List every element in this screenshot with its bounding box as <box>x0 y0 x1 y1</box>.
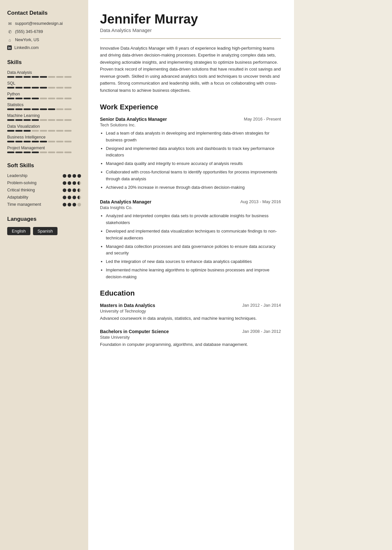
contact-section: Contact Details ✉ support@resumedesign.a… <box>7 10 81 50</box>
exp-bullet: Analyzed and interpreted complex data se… <box>106 213 281 226</box>
edu-school: University of Technology <box>100 309 281 314</box>
skill-dash <box>48 130 55 132</box>
phone-icon: ✆ <box>7 29 12 34</box>
soft-skills-list: LeadershipProblem-solvingCritical thinki… <box>7 173 81 207</box>
skill-dash <box>32 108 39 110</box>
skills-title: Skills <box>7 59 81 66</box>
work-experience-title: Work Experience <box>100 103 281 111</box>
exp-company: Tech Solutions Inc. <box>100 122 281 127</box>
contact-linkedin: in LinkedIn.com <box>7 45 81 50</box>
contact-title: Contact Details <box>7 10 81 16</box>
soft-skill-dot <box>63 174 66 178</box>
skill-dash <box>7 87 14 89</box>
summary-text: Innovative Data Analytics Manager with 8… <box>100 45 281 94</box>
skill-name: Machine Learning <box>7 113 81 118</box>
skill-dash <box>24 130 31 132</box>
edu-school: State University <box>100 335 281 340</box>
contact-email: ✉ support@resumedesign.ai <box>7 21 81 26</box>
skill-item: Business Intelligence <box>7 135 81 142</box>
skill-item: Data Visualization <box>7 124 81 132</box>
skill-dash <box>40 76 47 78</box>
header-divider <box>100 38 281 39</box>
language-tags: EnglishSpanish <box>7 227 81 235</box>
skill-dash <box>15 152 23 153</box>
skill-bar <box>7 119 81 121</box>
skill-dash <box>64 130 72 132</box>
skill-dash <box>56 76 63 78</box>
skill-bar <box>7 152 81 153</box>
soft-skill-dot <box>63 203 66 206</box>
education-entry: Bachelors in Computer ScienceJan 2008 - … <box>100 329 281 348</box>
soft-skill-dot <box>63 188 66 192</box>
skill-dash <box>56 87 63 89</box>
skill-item: Data Analysis <box>7 70 81 78</box>
skill-item: SQL <box>7 81 81 89</box>
skill-dash <box>32 141 39 142</box>
exp-role: Senior Data Analytics Manager <box>100 117 167 122</box>
skill-dash <box>48 76 55 78</box>
skill-dash <box>64 76 72 78</box>
contact-phone: ✆ (555) 345-6789 <box>7 29 81 34</box>
skill-dash <box>15 130 23 132</box>
skill-name: Project Management <box>7 146 81 150</box>
resume: Contact Details ✉ support@resumedesign.a… <box>0 0 294 550</box>
skill-dash <box>15 119 23 121</box>
skill-item: Statistics <box>7 103 81 110</box>
skill-dash <box>24 98 31 99</box>
experience-list: Senior Data Analytics ManagerMay 2016 - … <box>100 117 281 281</box>
soft-skill-dot <box>68 203 71 206</box>
skill-bar <box>7 130 81 132</box>
skill-dash <box>56 98 63 99</box>
soft-skill-dot <box>77 196 81 199</box>
skill-dash <box>7 130 14 132</box>
skill-dash <box>40 152 47 153</box>
skill-name: Business Intelligence <box>7 135 81 139</box>
skill-item: Project Management <box>7 146 81 153</box>
skill-dash <box>7 152 14 153</box>
exp-company: Data Insights Co. <box>100 205 281 210</box>
skill-dash <box>48 141 55 142</box>
skill-bar <box>7 108 81 110</box>
skill-dash <box>64 119 72 121</box>
skill-bar <box>7 76 81 78</box>
skill-dash <box>56 108 63 110</box>
soft-skill-dot <box>73 188 76 192</box>
skill-dash <box>32 98 39 99</box>
skill-dash <box>48 119 55 121</box>
exp-bullet: Implemented machine learning algorithms … <box>106 267 281 281</box>
skill-dash <box>40 87 47 89</box>
soft-skill-dots <box>63 174 81 178</box>
exp-role: Data Analytics Manager <box>100 199 151 204</box>
skill-bar <box>7 141 81 142</box>
soft-skill-dot <box>73 203 76 206</box>
soft-skill-dot <box>68 196 71 199</box>
skill-item: Machine Learning <box>7 113 81 121</box>
soft-skill-dot <box>73 196 76 199</box>
skill-dash <box>7 108 14 110</box>
experience-entry: Senior Data Analytics ManagerMay 2016 - … <box>100 117 281 191</box>
skill-dash <box>24 108 31 110</box>
skill-bar <box>7 87 81 89</box>
soft-skill-dot <box>63 196 66 199</box>
skill-dash <box>15 98 23 99</box>
location-icon: ⌂ <box>7 37 12 42</box>
skill-dash <box>32 87 39 89</box>
education-list: Masters in Data AnalyticsJan 2012 - Jan … <box>100 303 281 348</box>
skill-name: Statistics <box>7 103 81 107</box>
skill-dash <box>48 87 55 89</box>
languages-section: Languages EnglishSpanish <box>7 216 81 235</box>
language-tag: Spanish <box>33 227 57 235</box>
exp-bullet: Led the integration of new data sources … <box>106 258 281 265</box>
skill-dash <box>7 141 14 142</box>
soft-skill-dot <box>68 181 71 185</box>
email-icon: ✉ <box>7 21 12 26</box>
soft-skill-dot <box>77 188 81 192</box>
language-tag: English <box>7 227 30 235</box>
skill-dash <box>56 130 63 132</box>
skill-bar <box>7 98 81 99</box>
soft-skill-dot <box>63 181 66 185</box>
soft-skill-dot <box>77 174 81 178</box>
skill-dash <box>15 141 23 142</box>
exp-date: Aug 2013 - May 2016 <box>240 199 281 204</box>
soft-skill-name: Leadership <box>7 173 63 178</box>
